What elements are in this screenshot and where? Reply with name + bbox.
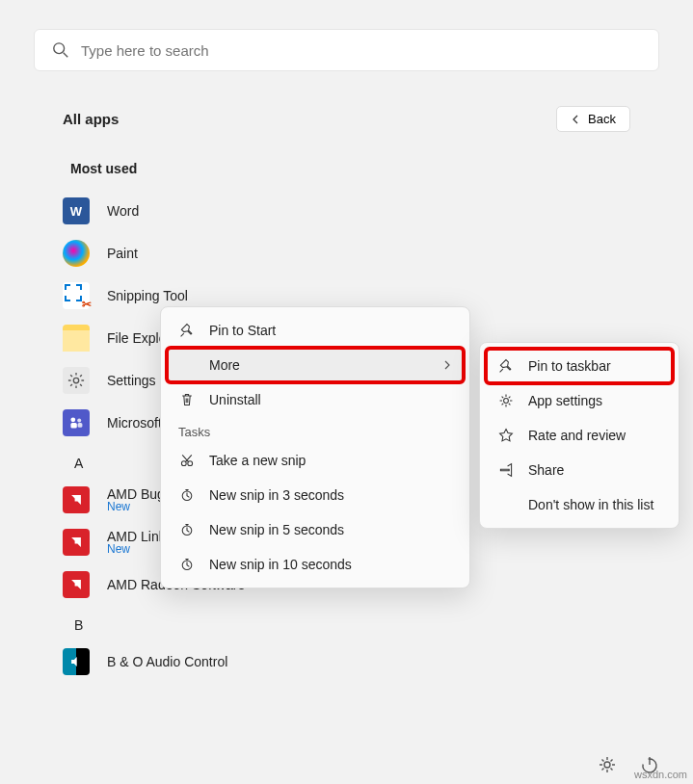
svg-point-2 [73, 378, 78, 382]
app-word[interactable]: W Word [63, 190, 630, 232]
blank-icon [497, 496, 515, 513]
back-label: Back [588, 112, 616, 126]
svg-point-0 [54, 43, 65, 54]
tasks-header: Tasks [167, 417, 464, 443]
svg-point-4 [77, 419, 81, 423]
search-box[interactable] [34, 29, 659, 71]
search-input[interactable] [81, 42, 641, 59]
menu-more[interactable]: More [167, 348, 464, 382]
app-label: Word [107, 203, 139, 219]
menu-label: New snip in 3 seconds [209, 487, 344, 503]
pin-icon [497, 357, 515, 375]
menu-snip-3s[interactable]: New snip in 3 seconds [167, 478, 464, 512]
settings-footer-icon[interactable] [598, 755, 617, 774]
menu-label: New snip in 5 seconds [209, 522, 344, 537]
menu-take-snip[interactable]: Take a new snip [167, 443, 464, 478]
menu-app-settings[interactable]: App settings [486, 383, 673, 418]
menu-label: Pin to taskbar [528, 358, 611, 374]
timer-icon [178, 521, 196, 538]
menu-pin-taskbar[interactable]: Pin to taskbar [486, 349, 673, 383]
pin-icon [178, 322, 196, 339]
app-label: Snipping Tool [107, 288, 188, 303]
word-icon: W [63, 197, 90, 224]
watermark-text: wsxdn.com [634, 769, 687, 780]
menu-rate-review[interactable]: Rate and review [486, 418, 673, 453]
app-bo-audio[interactable]: B & O Audio Control [63, 640, 630, 683]
most-used-label: Most used [70, 161, 630, 176]
teams-icon [63, 409, 90, 436]
letter-header-b[interactable]: B [74, 617, 630, 633]
amd-icon [63, 529, 90, 556]
menu-label: Don't show in this list [528, 497, 653, 512]
amd-icon [63, 571, 90, 598]
context-menu-submenu: Pin to taskbar App settings Rate and rev… [479, 342, 680, 529]
menu-label: New snip in 10 seconds [209, 557, 352, 572]
menu-snip-5s[interactable]: New snip in 5 seconds [167, 512, 464, 547]
svg-rect-5 [70, 423, 76, 429]
gear-icon [497, 392, 515, 409]
menu-label: Rate and review [528, 428, 626, 443]
settings-icon [63, 367, 90, 394]
menu-snip-10s[interactable]: New snip in 10 seconds [167, 547, 464, 582]
svg-point-3 [70, 417, 75, 422]
svg-rect-6 [78, 423, 83, 428]
all-apps-title: All apps [63, 111, 119, 127]
snipping-tool-icon [63, 282, 90, 309]
blank-icon [178, 356, 196, 374]
svg-point-13 [604, 762, 610, 768]
star-icon [497, 427, 515, 444]
snip-icon [178, 452, 196, 469]
menu-uninstall[interactable]: Uninstall [167, 382, 464, 417]
menu-label: More [209, 357, 240, 373]
back-button[interactable]: Back [556, 106, 630, 132]
file-explorer-icon [63, 325, 90, 352]
svg-line-1 [64, 53, 68, 58]
chevron-right-icon [442, 360, 452, 370]
timer-icon [178, 486, 196, 504]
menu-share[interactable]: Share [486, 453, 673, 487]
menu-label: Pin to Start [209, 323, 276, 338]
app-label: Settings [107, 373, 156, 388]
app-label: Paint [107, 246, 138, 261]
trash-icon [178, 391, 196, 408]
amd-icon [63, 486, 90, 513]
menu-label: App settings [528, 393, 602, 408]
menu-label: Take a new snip [209, 453, 306, 468]
app-label: B & O Audio Control [107, 654, 227, 669]
menu-pin-start[interactable]: Pin to Start [167, 313, 464, 348]
chevron-left-icon [571, 115, 580, 124]
menu-label: Share [528, 462, 564, 478]
paint-icon [63, 240, 90, 267]
menu-label: Uninstall [209, 392, 261, 407]
app-paint[interactable]: Paint [63, 232, 630, 274]
menu-dont-show[interactable]: Don't show in this list [486, 487, 673, 522]
search-icon [52, 41, 69, 59]
timer-icon [178, 556, 196, 573]
share-icon [497, 461, 515, 479]
bo-audio-icon [63, 648, 90, 675]
context-menu-primary: Pin to Start More Uninstall Tasks Take a… [160, 306, 470, 588]
new-badge: New [107, 542, 166, 556]
svg-point-12 [504, 399, 509, 404]
